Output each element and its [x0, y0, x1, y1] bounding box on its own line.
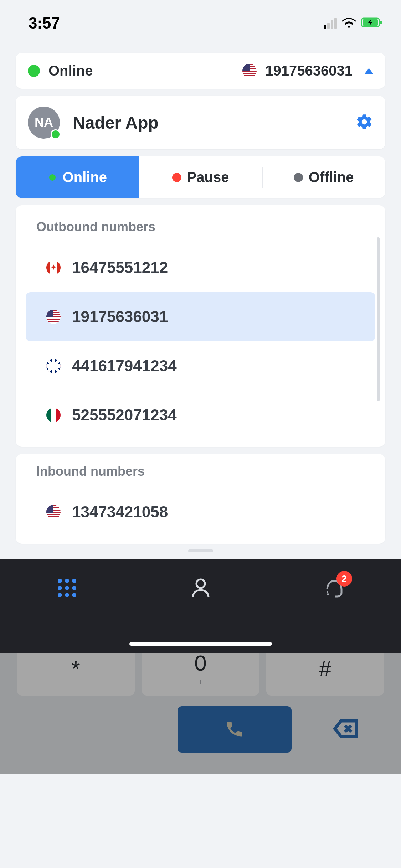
gear-icon: [355, 126, 373, 132]
scroll-indicator[interactable]: [377, 237, 380, 401]
status-tabs: Online Pause Offline: [16, 156, 385, 198]
svg-point-11: [72, 593, 76, 597]
avatar[interactable]: NA: [28, 107, 60, 139]
status-tab-offline[interactable]: Offline: [262, 156, 385, 198]
outbound-numbers-card: Outbound numbers ✦ 16475551212 191756360…: [16, 205, 385, 447]
number-text: 525552071234: [72, 406, 177, 424]
status-time: 3:57: [29, 14, 60, 32]
mx-flag-icon: [46, 408, 61, 422]
number-row[interactable]: 13473421058: [26, 487, 375, 537]
bottom-nav: 2: [0, 559, 401, 653]
key-digit: 0: [194, 650, 206, 676]
status-tab-pause[interactable]: Pause: [139, 156, 262, 198]
svg-point-12: [196, 579, 205, 588]
status-tab-label: Online: [63, 169, 107, 185]
inbound-numbers-card: Inbound numbers 13473421058: [16, 454, 385, 544]
dialpad-icon: [56, 594, 78, 600]
key-letters: +: [197, 676, 204, 687]
uk-flag-icon: [46, 359, 61, 373]
gray-dot-icon: [294, 173, 303, 182]
call-button[interactable]: [178, 706, 292, 753]
phone-icon: [225, 719, 245, 740]
cellular-signal-icon: [324, 18, 337, 29]
number-text: 19175636031: [72, 308, 168, 326]
outbound-title: Outbound numbers: [16, 219, 385, 243]
headset-icon: [323, 594, 346, 600]
battery-charging-icon: [361, 17, 383, 29]
us-flag-icon: [242, 64, 257, 78]
svg-point-5: [72, 579, 76, 583]
profile-icon: [189, 594, 212, 600]
caret-up-icon: [365, 68, 373, 74]
number-row[interactable]: 525552071234: [26, 391, 375, 440]
backspace-icon: [333, 734, 358, 740]
status-icons: [324, 17, 383, 29]
online-status-dot: [28, 65, 40, 77]
current-number: 19175636031: [265, 63, 353, 79]
presence-dot: [51, 129, 61, 139]
backspace-button[interactable]: [333, 719, 358, 740]
sheet-drag-handle[interactable]: [188, 549, 213, 552]
svg-point-4: [65, 579, 69, 583]
current-number-header[interactable]: Online 19175636031: [16, 53, 385, 89]
key-digit: *: [72, 656, 80, 681]
nav-profile[interactable]: [189, 577, 212, 601]
online-label: Online: [48, 63, 234, 79]
svg-point-3: [58, 579, 62, 583]
number-row[interactable]: 441617941234: [26, 341, 375, 391]
avatar-initials: NA: [35, 115, 53, 130]
svg-point-9: [58, 593, 62, 597]
status-tab-label: Offline: [309, 169, 354, 185]
red-dot-icon: [172, 173, 181, 182]
number-text: 441617941234: [72, 357, 177, 375]
notification-badge: 2: [336, 571, 352, 587]
nav-notifications[interactable]: 2: [323, 577, 346, 601]
home-indicator[interactable]: [129, 642, 272, 646]
svg-point-6: [58, 586, 62, 590]
profile-name: Nader App: [73, 113, 355, 133]
inbound-title: Inbound numbers: [16, 464, 385, 487]
us-flag-icon: [46, 310, 61, 324]
status-tab-online[interactable]: Online: [16, 156, 139, 198]
svg-rect-2: [380, 21, 382, 24]
number-selector-sheet: Online 19175636031 NA Nader App Online P…: [0, 43, 401, 559]
wifi-icon: [342, 17, 356, 29]
settings-button[interactable]: [355, 113, 373, 132]
number-text: 16475551212: [72, 259, 168, 277]
status-tab-label: Pause: [187, 169, 229, 185]
svg-point-10: [65, 593, 69, 597]
ca-flag-icon: ✦: [46, 260, 61, 275]
number-row[interactable]: ✦ 16475551212: [26, 243, 375, 292]
nav-dialpad[interactable]: [56, 577, 78, 601]
status-bar: 3:57: [0, 0, 401, 43]
us-flag-icon: [46, 505, 61, 519]
green-dot-icon: [48, 173, 57, 182]
key-digit: #: [319, 656, 331, 681]
svg-point-8: [72, 586, 76, 590]
number-text: 13473421058: [72, 503, 168, 521]
profile-row: NA Nader App: [16, 96, 385, 149]
svg-point-7: [65, 586, 69, 590]
number-row[interactable]: 19175636031: [26, 292, 375, 341]
